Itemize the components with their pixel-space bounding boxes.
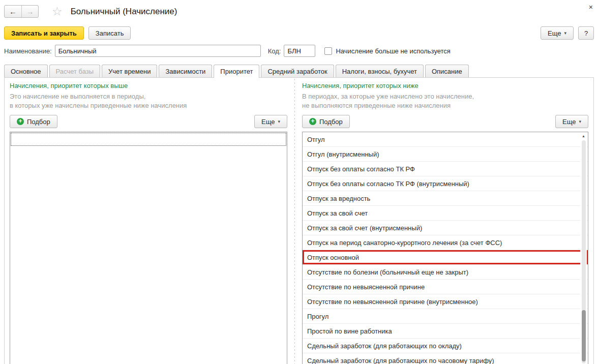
help-button[interactable]: ? xyxy=(578,26,594,40)
back-icon: ← xyxy=(9,7,17,16)
add-plus-icon: + xyxy=(309,118,316,125)
back-button[interactable]: ← xyxy=(5,6,21,17)
more-button[interactable]: Еще ▾ xyxy=(555,115,588,128)
higher-priority-panel: Начисления, приоритет которых выше Это н… xyxy=(5,78,292,364)
save-button[interactable]: Записать xyxy=(88,26,131,40)
panel-description: Это начисление не выполняется в периоды,… xyxy=(10,92,291,110)
higher-priority-list[interactable] xyxy=(10,132,287,364)
save-close-button[interactable]: Записать и закрыть xyxy=(4,26,84,40)
favorite-star-icon[interactable]: ☆ xyxy=(52,6,63,17)
tab[interactable]: Налоги, взносы, бухучет xyxy=(336,65,424,77)
tab[interactable]: Учет времени xyxy=(102,65,157,77)
list-item[interactable]: Отсутствие по невыясненной причине (внут… xyxy=(303,294,588,309)
panel-description-line: не выполняются приведенные ниже начислен… xyxy=(302,101,592,110)
tab-bar: ОсновноеРасчет базыУчет времениЗависимос… xyxy=(0,65,598,77)
panel-description-line: в которых уже начислены приведенные ниже… xyxy=(10,101,291,110)
scroll-up-icon[interactable]: ▲ xyxy=(580,133,587,139)
list-item[interactable]: Отпуск за свой счет xyxy=(303,206,588,221)
panel-toolbar: + Подбор Еще ▾ xyxy=(10,115,291,128)
tab[interactable]: Зависимости xyxy=(159,65,212,77)
more-button-label: Еще xyxy=(548,29,561,37)
tab[interactable]: Описание xyxy=(425,65,469,77)
page-title: Больничный (Начисление) xyxy=(71,7,177,17)
pick-button-label: Подбор xyxy=(27,118,50,126)
scrollbar[interactable]: ▲ xyxy=(580,133,587,364)
more-button[interactable]: Еще ▾ xyxy=(254,115,287,128)
forward-icon: → xyxy=(26,7,34,16)
chevron-down-icon: ▾ xyxy=(564,31,566,36)
list-item[interactable]: Отпуск на период санаторно-курортного ле… xyxy=(303,235,588,250)
list-item[interactable]: Отсутствие по невыясненной причине xyxy=(303,280,588,294)
scrollbar-track[interactable] xyxy=(582,140,586,363)
list-item[interactable]: Отгул xyxy=(303,132,588,147)
tab[interactable]: Основное xyxy=(4,65,48,77)
list-item[interactable]: Отсутствие по болезни (больничный еще не… xyxy=(303,265,588,280)
chevron-down-icon: ▾ xyxy=(579,119,581,124)
command-bar: Записать и закрыть Записать Еще ▾ ? xyxy=(0,19,598,43)
list-item[interactable]: Сдельный заработок (для работающих по ча… xyxy=(303,353,588,364)
add-plus-icon: + xyxy=(17,118,24,125)
list-item[interactable]: Простой по вине работника xyxy=(303,324,588,339)
close-icon[interactable]: × xyxy=(589,3,593,11)
code-label: Код: xyxy=(268,47,281,55)
panel-splitter[interactable] xyxy=(294,79,295,364)
tab[interactable]: Приоритет xyxy=(214,65,259,78)
more-button-label: Еще xyxy=(562,118,576,126)
unused-checkbox[interactable] xyxy=(324,47,332,55)
panel-description-line: Это начисление не выполняется в периоды, xyxy=(10,92,291,101)
panel-description-line: В периодах, за которые уже начислено это… xyxy=(302,92,592,101)
pick-button[interactable]: + Подбор xyxy=(302,115,350,128)
list-item[interactable]: Отгул (внутрисменный) xyxy=(303,147,588,162)
accrual-form-window: ← → ☆ Больничный (Начисление) × Записать… xyxy=(0,0,598,364)
list-item[interactable]: Отпуск без оплаты согласно ТК РФ (внутри… xyxy=(303,176,588,191)
list-item[interactable]: Прогул xyxy=(303,309,588,324)
header-fields-row: Наименование: Код: Начисление больше не … xyxy=(0,43,598,60)
name-label: Наименование: xyxy=(4,47,52,55)
name-input[interactable] xyxy=(55,45,261,57)
pick-button-label: Подбор xyxy=(319,118,343,126)
lower-priority-list[interactable]: ОтгулОтгул (внутрисменный)Отпуск без опл… xyxy=(302,132,588,364)
more-button[interactable]: Еще ▾ xyxy=(541,26,574,40)
list-item[interactable]: Отпуск без оплаты согласно ТК РФ xyxy=(303,162,588,176)
focus-row xyxy=(11,133,286,146)
list-item[interactable]: Отпуск основной xyxy=(303,250,588,265)
titlebar: ← → ☆ Больничный (Начисление) × xyxy=(0,0,598,19)
list-item[interactable]: Отпуск за свой счет (внутрисменный) xyxy=(303,221,588,235)
forward-button[interactable]: → xyxy=(21,6,38,17)
panel-toolbar: + Подбор Еще ▾ xyxy=(302,115,592,128)
list-item[interactable]: Отпуск за вредность xyxy=(303,191,588,206)
pick-button[interactable]: + Подбор xyxy=(10,115,57,128)
lower-priority-panel: Начисления, приоритет которых ниже В пер… xyxy=(297,78,593,364)
chevron-down-icon: ▾ xyxy=(278,119,280,124)
scrollbar-thumb[interactable] xyxy=(582,310,586,361)
tab[interactable]: Расчет базы xyxy=(49,65,101,77)
tab[interactable]: Средний заработок xyxy=(261,65,334,77)
panel-title: Начисления, приоритет которых ниже xyxy=(302,82,592,89)
accruals-rows: ОтгулОтгул (внутрисменный)Отпуск без опл… xyxy=(303,132,588,364)
more-button-label: Еще xyxy=(261,118,275,126)
history-nav: ← → xyxy=(4,5,39,18)
code-input[interactable] xyxy=(284,45,315,57)
priority-tab-content: Начисления, приоритет которых выше Это н… xyxy=(4,77,594,364)
panel-title: Начисления, приоритет которых выше xyxy=(10,82,291,89)
unused-checkbox-label: Начисление больше не используется xyxy=(336,47,450,55)
panel-description: В периодах, за которые уже начислено это… xyxy=(302,92,592,110)
list-item[interactable]: Сдельный заработок (для работающих по ок… xyxy=(303,339,588,353)
